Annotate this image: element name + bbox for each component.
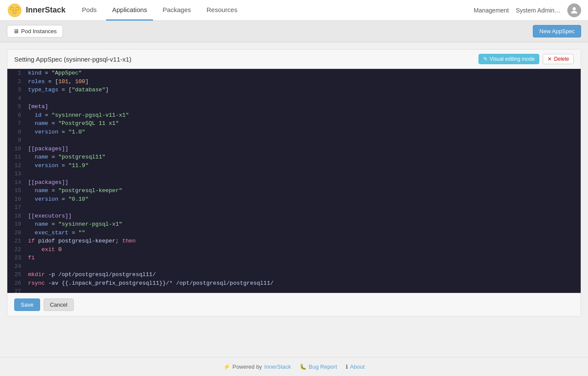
times-icon: ✕ [547, 56, 552, 62]
code-editor[interactable]: 1 kind = "AppSpec" 2 roles = [101, 100] … [7, 69, 581, 293]
user-avatar[interactable] [567, 3, 581, 17]
delete-button[interactable]: ✕ Delete [543, 54, 574, 64]
management-link[interactable]: Management [474, 7, 509, 14]
code-line: 1 kind = "AppSpec" [7, 69, 581, 78]
code-line: 7 name = "PostgreSQL 11 x1" [7, 119, 581, 128]
visual-edit-button[interactable]: ✎ Visual editing mode [479, 54, 540, 64]
svg-point-6 [14, 11, 16, 13]
appspec-panel: Setting AppSpec (sysinner-pgsql-v11-x1) … [7, 49, 581, 317]
code-line: 5 [meta] [7, 103, 581, 111]
code-line: 2 roles = [101, 100] [7, 78, 581, 86]
brand-logo-icon [7, 3, 22, 18]
code-line: 20 exec_start = "" [7, 229, 581, 237]
code-line: 16 version = "0.10" [7, 195, 581, 204]
panel-header-actions: ✎ Visual editing mode ✕ Delete [479, 54, 574, 64]
sysadmin-link[interactable]: System Admin… [516, 7, 560, 14]
code-line: 15 name = "postgresql-keeper" [7, 186, 581, 195]
delete-label: Delete [554, 56, 569, 62]
code-line: 9 [7, 136, 581, 145]
main-content: Setting AppSpec (sysinner-pgsql-v11-x1) … [0, 42, 588, 357]
footer-brand-link[interactable]: InnerStack [264, 364, 291, 370]
code-line: 12 version = "11.9" [7, 162, 581, 170]
toolbar-right: New AppSpec [533, 25, 581, 37]
code-line: 8 version = "1.0" [7, 128, 581, 137]
footer-bug-report: 🐛 Bug Report [300, 364, 337, 370]
code-line: 27 [7, 287, 581, 293]
new-appspec-label: New AppSpec [539, 28, 575, 34]
nav-right: Management System Admin… [474, 3, 581, 17]
info-icon: ℹ [346, 364, 348, 370]
save-button[interactable]: Save [14, 298, 40, 311]
nav-packages[interactable]: Packages [156, 0, 197, 21]
server-icon: 🖥 [13, 28, 19, 34]
code-line: 3 type_tags = ["database"] [7, 86, 581, 94]
code-line: 24 [7, 262, 581, 271]
code-line: 19 name = "sysinner-pgsql-x1" [7, 220, 581, 229]
svg-point-7 [572, 7, 575, 10]
cancel-button[interactable]: Cancel [44, 298, 74, 311]
code-line: 6 id = "sysinner-pgsql-v11-x1" [7, 111, 581, 120]
toolbar-left: 🖥 Pod Instances [7, 25, 63, 37]
pod-instances-label: Pod Instances [21, 28, 56, 34]
footer-bug-report-link[interactable]: Bug Report [309, 364, 337, 370]
panel-header: Setting AppSpec (sysinner-pgsql-v11-x1) … [7, 50, 581, 69]
code-line: 14 [[packages]] [7, 178, 581, 187]
footer-about: ℹ About [346, 364, 365, 370]
visual-edit-label: Visual editing mode [490, 56, 535, 62]
bug-icon: 🐛 [300, 364, 307, 370]
svg-point-4 [11, 7, 13, 9]
code-line: 21 if pidof postgresql-keeper; then [7, 237, 581, 245]
toolbar: 🖥 Pod Instances New AppSpec [0, 21, 588, 42]
code-line: 10 [[packages]] [7, 145, 581, 153]
nav-resources[interactable]: Resources [200, 0, 244, 21]
nav-applications[interactable]: Applications [106, 0, 153, 21]
svg-point-5 [16, 7, 19, 9]
form-actions: Save Cancel [7, 293, 581, 316]
pencil-icon: ✎ [483, 56, 488, 62]
navbar: InnerStack Pods Applications Packages Re… [0, 0, 588, 21]
footer: ⚡ Powered by InnerStack 🐛 Bug Report ℹ A… [0, 357, 588, 376]
code-line: 18 [[executors]] [7, 212, 581, 221]
code-line: 22 exit 0 [7, 245, 581, 254]
brand[interactable]: InnerStack [7, 3, 66, 18]
pod-instances-button[interactable]: 🖥 Pod Instances [7, 25, 63, 37]
code-line: 17 [7, 203, 581, 212]
user-icon [569, 6, 579, 15]
code-line: 25 mkdir -p /opt/postgresql/postgresql11… [7, 270, 581, 279]
new-appspec-button[interactable]: New AppSpec [533, 25, 581, 37]
code-line: 13 [7, 170, 581, 178]
code-line: 11 name = "postgresql11" [7, 153, 581, 162]
footer-powered-by: ⚡ Powered by InnerStack [223, 364, 291, 370]
code-line: 23 fi [7, 254, 581, 262]
footer-about-link[interactable]: About [350, 364, 365, 370]
code-line: 4 [7, 94, 581, 103]
power-icon: ⚡ [223, 364, 230, 370]
code-line: 26 rsync -av {{.inpack_prefix_postgresql… [7, 279, 581, 288]
panel-title: Setting AppSpec (sysinner-pgsql-v11-x1) [14, 56, 131, 63]
nav-pods[interactable]: Pods [76, 0, 103, 21]
brand-name: InnerStack [26, 6, 66, 15]
